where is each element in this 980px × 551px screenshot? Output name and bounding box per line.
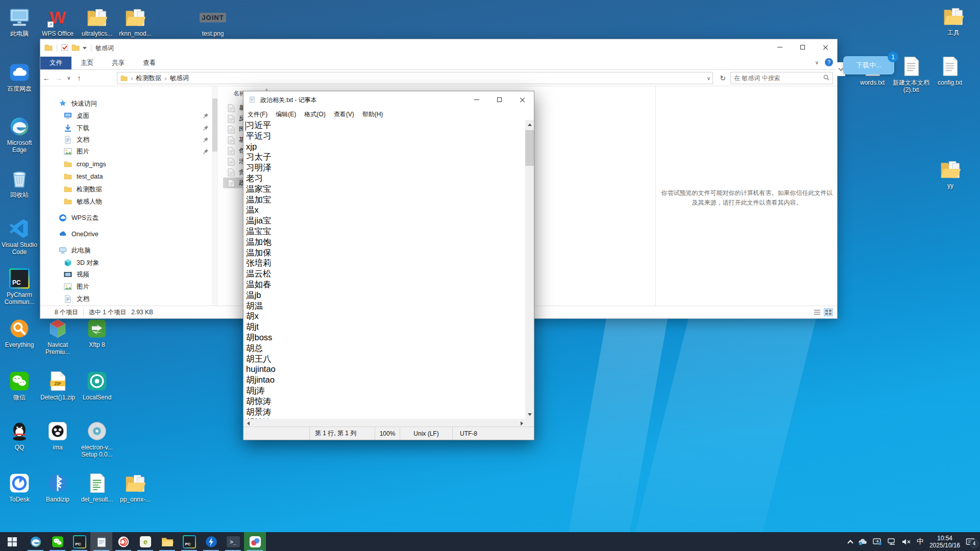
up-icon[interactable]: ↑	[73, 74, 85, 82]
taskbar-terminal[interactable]: >_	[222, 532, 244, 551]
close-button[interactable]	[814, 39, 837, 55]
desktop-icon-pp-onnx[interactable]: pp_onnx-...	[116, 472, 155, 503]
desktop-icon-tools-folder[interactable]: 工具	[934, 5, 973, 36]
menu-format[interactable]: 格式(O)	[300, 109, 329, 120]
qat-customize-icon[interactable]	[83, 47, 87, 52]
menu-view[interactable]: 查看(V)	[330, 109, 358, 120]
hidden-icons-chevron-icon[interactable]	[848, 539, 852, 545]
close-button[interactable]	[511, 92, 534, 107]
desktop-icon-qq[interactable]: QQ	[0, 420, 39, 451]
desktop-icon-new-text-doc[interactable]: 新建文本文档 (2).txt	[892, 55, 930, 93]
nav-pictures-2[interactable]: 图片	[64, 281, 89, 293]
tab-share[interactable]: 共享	[103, 57, 134, 69]
taskbar-colorful-app[interactable]	[244, 532, 266, 551]
desktop-icon-config-txt[interactable]: config.txt	[930, 55, 969, 86]
tab-file[interactable]: 文件	[40, 57, 71, 69]
taskbar-red-swirl-app[interactable]	[112, 532, 134, 551]
nav-downloads[interactable]: 下载	[64, 122, 89, 134]
forward-icon[interactable]: →	[53, 74, 65, 82]
maximize-button[interactable]	[488, 92, 511, 107]
desktop-icon-xftp-8[interactable]: Xftp 8	[78, 317, 116, 348]
nav-onedrive[interactable]: OneDrive	[59, 228, 99, 240]
recent-locations-icon[interactable]: ∨	[65, 75, 73, 81]
nav-desktop[interactable]: 桌面	[64, 110, 89, 122]
notepad-text-area[interactable]: 习近平平近习xjp习太子习明泽老习温家宝温加宝温x温jia宝温宝宝温加饱温加保张…	[243, 120, 526, 419]
start-button[interactable]	[0, 532, 24, 551]
taskbar-lightning-app[interactable]	[200, 532, 222, 551]
taskbar-notepad[interactable]	[90, 532, 112, 551]
nav-pictures[interactable]: 图片	[64, 145, 89, 158]
desktop-icon-localsend[interactable]: LocalSend	[78, 370, 116, 401]
properties-check-icon[interactable]	[61, 44, 68, 53]
nav-3d-objects[interactable]: 3D 对象	[64, 257, 99, 269]
address-field[interactable]: › 检测数据 › 敏感词 ∨	[117, 72, 713, 84]
display-sync-icon[interactable]	[873, 538, 882, 545]
taskbar-edge[interactable]	[24, 532, 46, 551]
desktop-icon-bandizip[interactable]: Bandizip	[38, 472, 77, 503]
desktop-icon-baidu-netdisk[interactable]: 百度网盘	[0, 61, 39, 92]
tab-view[interactable]: 查看	[134, 57, 165, 69]
breadcrumb-item[interactable]: 敏感词	[170, 74, 189, 83]
desktop-icon-recycle-bin[interactable]: 回收站	[0, 167, 39, 198]
new-folder-icon[interactable]	[71, 44, 80, 53]
menu-help[interactable]: 帮助(H)	[358, 109, 387, 120]
desktop-icon-detect-zip[interactable]: ZIPDetect()1.zip	[38, 370, 77, 401]
desktop-icon-wechat[interactable]: 微信	[0, 370, 39, 401]
nav-sensitive-people[interactable]: 敏感人物	[64, 195, 102, 208]
nav-documents[interactable]: 文档	[64, 134, 89, 146]
details-view-button[interactable]	[813, 308, 822, 316]
breadcrumb-item[interactable]: 检测数据	[136, 74, 161, 83]
notepad-vertical-scrollbar[interactable]	[525, 120, 534, 419]
refresh-icon[interactable]: ↻	[717, 72, 728, 84]
desktop-icon-det-result[interactable]: det_result...	[78, 472, 116, 503]
taskbar-file-explorer[interactable]	[156, 532, 178, 551]
desktop-icon-yy-folder[interactable]: yy	[931, 158, 970, 189]
ime-indicator[interactable]: 中	[917, 537, 924, 546]
desktop-icon-this-pc[interactable]: 此电脑	[0, 6, 39, 37]
cloud-status-icon[interactable]: i	[858, 538, 867, 545]
nav-quick-access[interactable]: 快速访问	[59, 97, 97, 110]
taskbar-pycharm[interactable]: PC	[68, 532, 90, 551]
nav-wps-cloud[interactable]: WPS云盘	[59, 212, 99, 224]
download-flyout[interactable]: 下载中... 1	[843, 56, 894, 74]
ribbon-collapse-icon[interactable]: ∨	[815, 60, 819, 65]
back-icon[interactable]: ←	[40, 74, 53, 82]
maximize-button[interactable]	[791, 39, 814, 55]
taskbar-pycharm-2[interactable]: PC	[178, 532, 200, 551]
desktop-icon-vscode[interactable]: Visual Studio Code	[0, 217, 39, 256]
nav-scrollbar[interactable]	[212, 86, 218, 307]
address-dropdown-icon[interactable]: ∨	[707, 76, 710, 81]
search-input[interactable]	[731, 74, 823, 82]
search-icon[interactable]	[823, 74, 829, 82]
nav-this-pc[interactable]: 此电脑	[59, 244, 91, 257]
notification-center-icon[interactable]: 4	[966, 538, 975, 546]
nav-detect-data[interactable]: 检测数据	[64, 183, 102, 195]
desktop-icon-pycharm-community[interactable]: PCPyCharm Commun...	[0, 267, 39, 306]
desktop-icon-ima[interactable]: ima	[38, 420, 77, 451]
taskbar-wechat[interactable]	[46, 532, 68, 551]
network-icon[interactable]	[888, 538, 896, 545]
desktop-icon-navicat-premium[interactable]: Navicat Premiu...	[38, 317, 77, 356]
help-icon[interactable]: ?	[825, 58, 833, 66]
desktop-icon-electron-setup[interactable]: electron-v... Setup 0.0...	[78, 420, 116, 458]
scroll-up-icon[interactable]	[525, 120, 534, 129]
desktop-icon-test-png[interactable]: JOINTtest.png	[193, 6, 232, 37]
desktop-icon-everything[interactable]: Everything	[0, 317, 39, 348]
menu-file[interactable]: 文件(F)	[243, 109, 272, 120]
taskbar-green-e-app[interactable]: e	[134, 532, 156, 551]
nav-crop-imgs[interactable]: crop_imgs	[64, 158, 106, 170]
desktop-icon-microsoft-edge[interactable]: Microsoft Edge	[0, 115, 39, 154]
volume-muted-icon[interactable]	[902, 538, 911, 545]
minimize-button[interactable]	[768, 39, 791, 55]
minimize-button[interactable]	[465, 92, 488, 107]
nav-test-data[interactable]: test_data	[64, 170, 103, 183]
thumbnail-view-button[interactable]	[824, 308, 833, 316]
desktop-icon-ultralytics-folder[interactable]: ultralytics...	[78, 6, 116, 37]
clock[interactable]: 10:54 2025/10/16	[929, 535, 960, 549]
nav-videos[interactable]: 视频	[64, 268, 89, 281]
tab-home[interactable]: 主页	[71, 57, 103, 69]
scrollbar-thumb[interactable]	[525, 130, 534, 166]
scroll-down-icon[interactable]	[525, 410, 534, 419]
desktop-icon-wps-office[interactable]: W↗WPS Office	[38, 6, 77, 37]
search-box[interactable]	[730, 72, 833, 84]
